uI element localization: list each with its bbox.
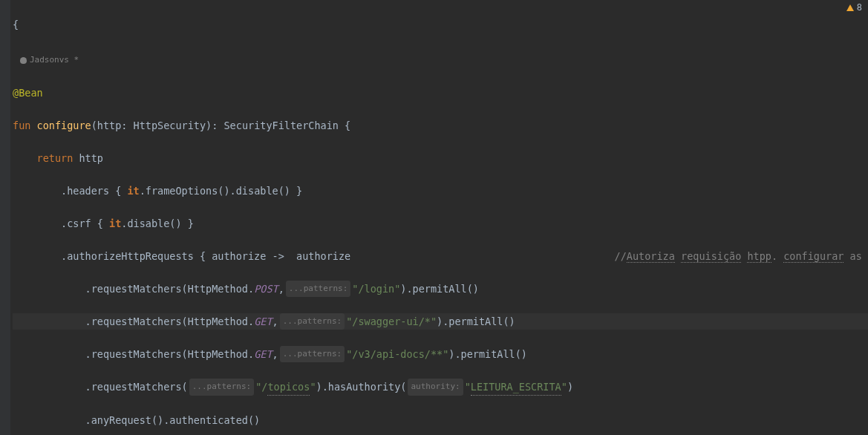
param-hint: ...patterns: xyxy=(286,281,350,297)
code-editor[interactable]: { Jadsonvs * @Bean fun configure(http: H… xyxy=(0,0,868,435)
annotation: @Bean xyxy=(13,85,43,101)
user-icon xyxy=(20,57,27,64)
gutter xyxy=(0,0,10,435)
keyword-return: return xyxy=(37,150,74,166)
param-hint: ...patterns: xyxy=(280,346,345,362)
param-hint: ...patterns: xyxy=(280,313,345,330)
warning-count[interactable]: 8 xyxy=(857,2,862,13)
warning-icon xyxy=(846,4,854,11)
keyword-fun: fun xyxy=(13,117,30,134)
function-name: configure xyxy=(37,117,91,134)
author-annotation: Jadsonvs * xyxy=(13,49,868,68)
param-hint: authority: xyxy=(408,379,463,396)
signature: (http: HttpSecurity): SecurityFilterChai… xyxy=(91,117,351,134)
brace: { xyxy=(13,16,19,33)
comment: //Autoriza requisição htpp. configurar a… xyxy=(615,248,868,264)
param-hint: ...patterns: xyxy=(189,379,254,396)
status-bar: 8 xyxy=(846,2,862,13)
